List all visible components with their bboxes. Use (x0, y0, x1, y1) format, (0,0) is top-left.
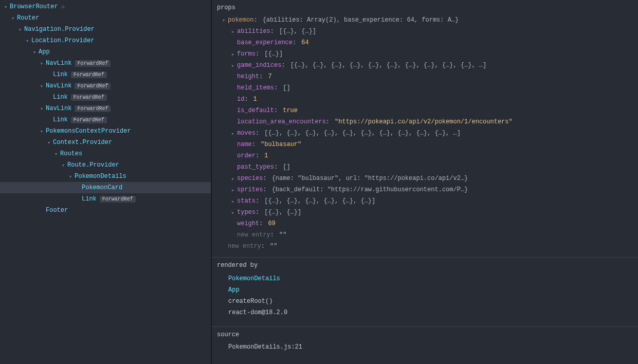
colon: : (256, 197, 259, 205)
prop-row-moves[interactable]: moves: [{…}, {…}, {…}, {…}, {…}, {…}, {…… (212, 128, 638, 139)
prop-row-abilities[interactable]: abilities: [{…}, {…}] (212, 26, 638, 37)
prop-value[interactable]: [{…}, {…}, {…}, {…}, {…}, {…}, {…}, {…},… (290, 62, 487, 69)
colon: : (256, 152, 259, 159)
toggle-arrow-icon[interactable] (10, 15, 15, 22)
prop-row-new-entry[interactable]: new entry: "" (212, 229, 638, 241)
component-name: Footer (46, 207, 68, 214)
tree-node-link[interactable]: LinkForwardRef (0, 69, 211, 80)
prop-value[interactable]: 1 (253, 96, 257, 103)
toggle-arrow-icon[interactable] (68, 173, 73, 180)
expand-arrow-icon[interactable] (230, 62, 235, 69)
expand-arrow-icon[interactable] (230, 187, 235, 193)
tree-node-pokemoncard[interactable]: PokemonCard (0, 182, 211, 193)
tree-node-pokemondetails[interactable]: PokemonDetails (0, 171, 211, 182)
inspector-pane[interactable]: props pokemon: {abilities: Array(2), bas… (212, 0, 638, 364)
toggle-arrow-icon[interactable] (17, 26, 23, 33)
prop-row-stats[interactable]: stats: [{…}, {…}, {…}, {…}, {…}, {…}] (212, 195, 638, 207)
tree-node-browserrouter[interactable]: BrowserRouter (0, 1, 211, 12)
tree-node-location-provider[interactable]: Location.Provider (0, 35, 211, 46)
toggle-arrow-icon[interactable] (3, 4, 8, 10)
expand-arrow-icon[interactable] (230, 209, 235, 216)
toggle-arrow-icon[interactable] (53, 151, 59, 157)
prop-row-is_default[interactable]: is_default: true (212, 105, 638, 116)
prop-row-new-entry[interactable]: new entry: "" (212, 241, 638, 252)
component-link[interactable]: PokemonDetails (228, 275, 280, 282)
expand-arrow-icon[interactable] (230, 28, 235, 35)
prop-row-id[interactable]: id: 1 (212, 94, 638, 105)
prop-value[interactable]: [{…}, {…}, {…}, {…}, {…}, {…}] (264, 197, 375, 205)
tree-node-footer[interactable]: Footer (0, 205, 211, 216)
prop-row-game_indices[interactable]: game_indices: [{…}, {…}, {…}, {…}, {…}, … (212, 60, 638, 71)
tree-node-routes[interactable]: Routes (0, 148, 211, 159)
tree-node-navlink[interactable]: NavLinkForwardRef (0, 58, 211, 69)
tree-node-route-provider[interactable]: Route.Provider (0, 159, 211, 171)
prop-value[interactable]: {back_default: "https://raw.githubuserco… (272, 186, 468, 193)
prop-row-types[interactable]: types: [{…}, {…}] (212, 207, 638, 218)
prop-value[interactable]: [] (283, 163, 290, 171)
prop-value[interactable]: [{…}, {…}] (279, 28, 316, 35)
tree-node-context-provider[interactable]: Context.Provider (0, 137, 211, 148)
toggle-arrow-icon[interactable] (46, 139, 51, 146)
toggle-arrow-icon[interactable] (39, 83, 44, 89)
prop-row-pokemon[interactable]: pokemon: {abilities: Array(2), base_expe… (212, 14, 638, 26)
expand-arrow-icon[interactable] (221, 17, 226, 24)
toggle-arrow-icon[interactable] (61, 162, 66, 169)
prop-row-height[interactable]: height: 7 (212, 71, 638, 82)
prop-value[interactable]: 64 (301, 39, 308, 46)
expand-arrow-icon[interactable] (230, 175, 235, 182)
rendered-by-item[interactable]: App (212, 284, 638, 296)
prop-row-name[interactable]: name: "bulbasaur" (212, 139, 638, 150)
colon: : (259, 220, 263, 227)
toggle-arrow-icon[interactable] (39, 60, 44, 67)
expand-arrow-icon[interactable] (230, 130, 235, 137)
prop-row-sprites[interactable]: sprites: {back_default: "https://raw.git… (212, 184, 638, 195)
component-tree-pane[interactable]: BrowserRouterRouterNavigation.ProviderLo… (0, 0, 212, 364)
prop-row-base_experience[interactable]: base_experience: 64 (212, 37, 638, 48)
prop-key: game_indices (237, 62, 281, 69)
tree-node-navlink[interactable]: NavLinkForwardRef (0, 80, 211, 92)
toggle-arrow-icon[interactable] (39, 105, 44, 112)
prop-value[interactable]: "" (279, 231, 286, 239)
tree-node-navigation-provider[interactable]: Navigation.Provider (0, 24, 211, 35)
prop-row-order[interactable]: order: 1 (212, 150, 638, 161)
toggle-arrow-icon[interactable] (39, 128, 44, 135)
prop-value[interactable]: {name: "bulbasaur", url: "https://pokeap… (272, 175, 468, 182)
prop-value[interactable]: 7 (268, 73, 271, 80)
tree-node-link[interactable]: LinkForwardRef (0, 193, 211, 205)
prop-row-species[interactable]: species: {name: "bulbasaur", url: "https… (212, 173, 638, 184)
prop-value[interactable]: "https://pokeapi.co/api/v2/pokemon/1/enc… (335, 118, 513, 125)
prop-value[interactable]: [{…}] (264, 50, 283, 58)
prop-value[interactable]: [{…}, {…}, {…}, {…}, {…}, {…}, {…}, {…},… (264, 130, 461, 137)
prop-row-held_items[interactable]: held_items: [] (212, 82, 638, 94)
prop-value[interactable]: 1 (264, 152, 268, 159)
colon: : (253, 16, 257, 24)
prop-key: new entry (228, 243, 261, 250)
prop-value[interactable]: [{…}, {…}] (264, 209, 301, 216)
prop-key: pokemon (228, 16, 253, 24)
prop-value[interactable]: 69 (268, 220, 275, 227)
prop-key: name (237, 141, 252, 148)
tree-node-app[interactable]: App (0, 46, 211, 58)
rendered-by-item[interactable]: PokemonDetails (212, 273, 638, 284)
prop-row-weight[interactable]: weight: 69 (212, 218, 638, 229)
prop-value[interactable]: "bulbasaur" (261, 141, 301, 148)
toggle-arrow-icon[interactable] (32, 49, 37, 56)
toggle-arrow-icon[interactable] (25, 38, 30, 44)
tree-node-link[interactable]: LinkForwardRef (0, 114, 211, 125)
prop-value[interactable]: {abilities: Array(2), base_experience: 6… (263, 16, 459, 24)
expand-arrow-icon[interactable] (230, 51, 235, 58)
prop-value[interactable]: [] (283, 84, 290, 92)
source-location[interactable]: PokemonDetails.js:21 (228, 343, 302, 351)
tree-node-navlink[interactable]: NavLinkForwardRef (0, 103, 211, 114)
colon: : (326, 118, 330, 125)
tree-node-link[interactable]: LinkForwardRef (0, 92, 211, 103)
prop-row-past_types[interactable]: past_types: [] (212, 161, 638, 173)
prop-row-forms[interactable]: forms: [{…}] (212, 48, 638, 60)
tree-node-router[interactable]: Router (0, 12, 211, 24)
component-link[interactable]: App (228, 286, 240, 294)
prop-value[interactable]: true (283, 107, 298, 114)
prop-row-location_area_encounters[interactable]: location_area_encounters: "https://pokea… (212, 116, 638, 128)
tree-node-pokemonscontextprovider[interactable]: PokemonsContextProvider (0, 125, 211, 137)
prop-value[interactable]: "" (270, 243, 277, 250)
expand-arrow-icon[interactable] (230, 198, 235, 205)
